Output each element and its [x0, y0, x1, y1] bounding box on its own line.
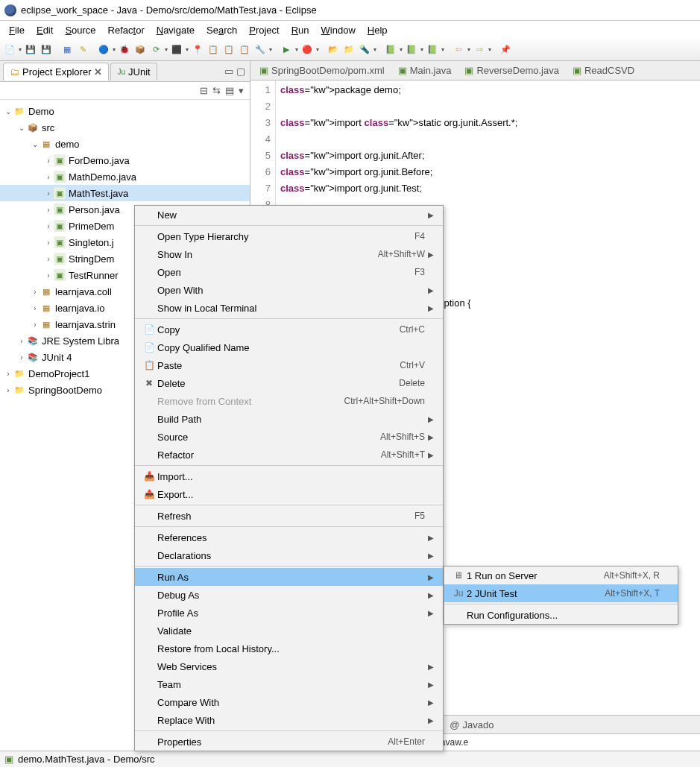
caret-icon[interactable]: › — [43, 255, 54, 263]
cfg3-icon[interactable]: 📋 — [238, 43, 251, 57]
menu-item[interactable]: 📤Export... — [135, 485, 443, 503]
caret-icon[interactable]: › — [43, 239, 54, 247]
new-src-icon[interactable]: 📗 — [426, 43, 439, 57]
menu-item[interactable]: 📄Copy Qualified Name — [135, 338, 443, 356]
menu-item[interactable]: New▶ — [135, 206, 443, 224]
caret-icon[interactable]: ⌄ — [30, 140, 40, 148]
tab-junit[interactable]: Ju JUnit — [110, 63, 157, 81]
caret-icon[interactable]: › — [43, 189, 54, 198]
relaunch-icon[interactable]: 📍 — [191, 43, 204, 57]
editor-tab[interactable]: ▣Main.java — [392, 63, 458, 78]
close-icon[interactable]: ✕ — [94, 66, 102, 78]
caret-icon[interactable]: › — [3, 370, 13, 378]
menu-item[interactable]: Open Type HierarchyF4 — [135, 227, 443, 245]
context-menu[interactable]: New▶Open Type HierarchyF4Show InAlt+Shif… — [134, 205, 444, 751]
menu-window[interactable]: Window — [315, 22, 362, 38]
cfg2-icon[interactable]: 📋 — [222, 43, 236, 57]
menu-item[interactable]: Open With▶ — [135, 281, 443, 299]
menu-item[interactable]: Team▶ — [135, 675, 443, 693]
menu-item[interactable]: 📄CopyCtrl+C — [135, 321, 443, 338]
menu-item[interactable]: ✖DeleteDelete — [135, 374, 443, 392]
menu-item[interactable]: Declarations▶ — [135, 546, 443, 564]
menu-item[interactable]: Web Services▶ — [135, 657, 443, 675]
caret-icon[interactable]: › — [43, 157, 54, 165]
chrome-icon[interactable]: 🔵 — [97, 43, 110, 57]
caret-icon[interactable]: ⌄ — [16, 124, 27, 132]
forward-icon[interactable]: ⇨ — [473, 43, 486, 57]
tab-project-explorer[interactable]: 🗂 Project Explorer ✕ — [3, 63, 109, 81]
open-task-icon[interactable]: 📁 — [342, 43, 356, 57]
menu-file[interactable]: File — [3, 22, 31, 38]
menu-item[interactable]: RefactorAlt+Shift+T▶ — [135, 446, 443, 464]
maximize-icon[interactable]: ▢ — [236, 66, 245, 77]
menu-item[interactable]: Restore from Local History... — [135, 640, 443, 657]
menu-source[interactable]: Source — [59, 22, 101, 38]
menu-item[interactable]: Remove from ContextCtrl+Alt+Shift+Down — [135, 392, 443, 410]
menu-item[interactable]: Show InAlt+Shift+W▶ — [135, 245, 443, 263]
editor-tab[interactable]: ▣ReadCSVD — [567, 63, 640, 78]
menu-item[interactable]: Validate — [135, 622, 443, 640]
menu-item[interactable]: Replace With▶ — [135, 711, 443, 729]
back-icon[interactable]: ⇦ — [452, 43, 465, 57]
caret-icon[interactable]: › — [16, 353, 27, 362]
run-icon[interactable]: ▶ — [280, 43, 293, 57]
save-icon[interactable]: 💾 — [24, 43, 37, 57]
menu-refactor[interactable]: Refactor — [102, 22, 151, 38]
tree-item[interactable]: ⌄📁Demo — [0, 103, 250, 119]
skip-icon[interactable]: ✎ — [76, 43, 89, 57]
menu-item[interactable]: Run As▶ — [135, 568, 443, 586]
tree-item[interactable]: ›▣MathTest.java — [0, 185, 250, 201]
menu-item[interactable]: References▶ — [135, 528, 443, 546]
cfg1-icon[interactable]: 📋 — [206, 43, 220, 57]
toggle-icon[interactable]: ▦ — [60, 43, 74, 57]
menu-navigate[interactable]: Navigate — [151, 22, 201, 38]
menu-item[interactable]: Profile As▶ — [135, 604, 443, 622]
pkg-new-icon[interactable]: 📦 — [133, 43, 147, 57]
tree-item[interactable]: ⌄▦demo — [0, 136, 250, 152]
save-all-icon[interactable]: 💾 — [40, 43, 53, 57]
new-pkg-icon[interactable]: 📗 — [405, 43, 418, 57]
menu-item[interactable]: Show in Local Terminal▶ — [135, 299, 443, 317]
tree-item[interactable]: ⌄📦src — [0, 119, 250, 136]
menu-search[interactable]: Search — [201, 22, 243, 38]
caret-icon[interactable]: › — [43, 206, 54, 214]
menu-item[interactable]: Ju2 JUnit TestAlt+Shift+X, T — [444, 584, 678, 602]
tree-item[interactable]: ›▣ForDemo.java — [0, 152, 250, 168]
view-menu-icon[interactable]: ▾ — [239, 85, 244, 96]
menu-help[interactable]: Help — [362, 22, 394, 38]
new-class-icon[interactable]: 📗 — [384, 43, 397, 57]
refresh-icon[interactable]: ⟳ — [149, 43, 163, 57]
new-icon[interactable]: 📄 — [3, 43, 16, 57]
caret-icon[interactable]: ⌄ — [3, 107, 13, 116]
caret-icon[interactable]: › — [30, 304, 40, 312]
menu-item[interactable]: Build Path▶ — [135, 410, 443, 428]
bottom-tab[interactable]: @Javado — [450, 719, 494, 730]
editor-tab[interactable]: ▣ReverseDemo.java — [458, 63, 565, 78]
caret-icon[interactable]: › — [30, 288, 40, 296]
pin-icon[interactable]: 📌 — [499, 43, 512, 57]
menu-edit[interactable]: Edit — [31, 22, 59, 38]
minimize-icon[interactable]: ▭ — [224, 66, 233, 77]
menu-item[interactable]: Run Configurations... — [444, 606, 678, 624]
menu-item[interactable]: SourceAlt+Shift+S▶ — [135, 428, 443, 446]
caret-icon[interactable]: › — [16, 337, 27, 345]
menu-item[interactable]: PropertiesAlt+Enter — [135, 733, 443, 751]
editor-tab[interactable]: ▣SpringBootDemo/pom.xml — [253, 63, 391, 78]
menu-item[interactable]: OpenF3 — [135, 263, 443, 281]
caret-icon[interactable]: › — [43, 173, 54, 181]
menu-item[interactable]: 📥Import... — [135, 467, 443, 485]
search-icon[interactable]: 🔦 — [358, 43, 371, 57]
caret-icon[interactable]: › — [3, 386, 13, 394]
menu-run[interactable]: Run — [286, 22, 315, 38]
link-icon[interactable]: ⇆ — [212, 85, 221, 96]
menu-item[interactable]: Debug As▶ — [135, 586, 443, 604]
menu-item[interactable]: 🖥1 Run on ServerAlt+Shift+X, R — [444, 566, 678, 584]
debug-icon[interactable]: 🐞 — [118, 43, 131, 57]
menu-item[interactable]: Compare With▶ — [135, 693, 443, 711]
run-last-icon[interactable]: 🔴 — [300, 43, 314, 57]
caret-icon[interactable]: › — [43, 271, 54, 280]
caret-icon[interactable]: › — [30, 321, 40, 329]
collapse-all-icon[interactable]: ⊟ — [200, 85, 208, 96]
run-as-submenu[interactable]: 🖥1 Run on ServerAlt+Shift+X, RJu2 JUnit … — [444, 566, 678, 625]
tree-item[interactable]: ›▣MathDemo.java — [0, 168, 250, 185]
